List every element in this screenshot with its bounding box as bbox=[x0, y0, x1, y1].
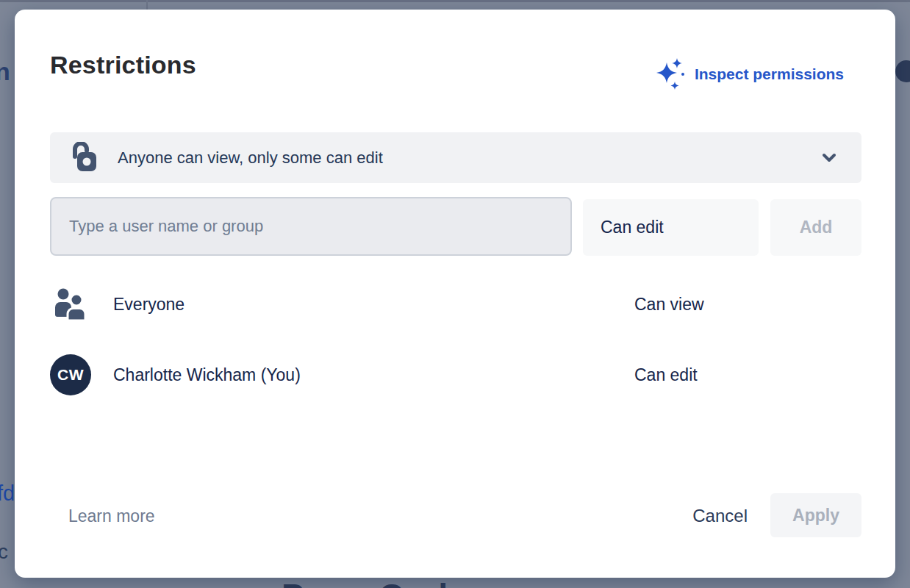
permission-select-button[interactable]: Can edit bbox=[583, 199, 759, 256]
entry-permission[interactable]: Can edit bbox=[634, 365, 698, 385]
background-text-fragment: n bbox=[0, 57, 10, 86]
user-search-input[interactable] bbox=[50, 197, 572, 256]
people-icon bbox=[50, 284, 91, 325]
chevron-down-icon bbox=[821, 150, 837, 168]
restriction-entry-user: CW Charlotte Wickham (You) Can edit bbox=[50, 354, 861, 395]
add-restriction-row: Can edit Add bbox=[50, 197, 861, 256]
background-page-top-border bbox=[0, 0, 910, 2]
sparkle-icon bbox=[655, 58, 684, 90]
restrictions-dialog: Restrictions Inspect permissions Anyone … bbox=[15, 10, 895, 578]
restriction-entry-everyone: Everyone Can view bbox=[50, 284, 861, 325]
background-text-fragment: fd bbox=[0, 481, 15, 506]
inspect-permissions-label: Inspect permissions bbox=[695, 65, 844, 83]
inspect-permissions-link[interactable]: Inspect permissions bbox=[655, 58, 844, 90]
background-text-fragment: c bbox=[0, 540, 8, 564]
learn-more-link[interactable]: Learn more bbox=[68, 506, 155, 526]
apply-button[interactable]: Apply bbox=[770, 493, 861, 537]
dialog-title: Restrictions bbox=[50, 51, 196, 79]
entry-name: Everyone bbox=[113, 295, 184, 315]
background-avatar-partial bbox=[895, 60, 910, 82]
background-page-divider bbox=[146, 0, 148, 10]
avatar: CW bbox=[50, 354, 91, 395]
add-button[interactable]: Add bbox=[770, 199, 861, 256]
background-page-title-partial: Page Code bbox=[282, 576, 576, 588]
unlock-icon bbox=[68, 142, 96, 174]
access-level-dropdown[interactable]: Anyone can view, only some can edit bbox=[50, 132, 861, 183]
entry-name: Charlotte Wickham (You) bbox=[113, 365, 301, 385]
entry-permission[interactable]: Can view bbox=[634, 295, 704, 315]
access-level-value: Anyone can view, only some can edit bbox=[118, 148, 383, 168]
cancel-button[interactable]: Cancel bbox=[692, 506, 748, 526]
